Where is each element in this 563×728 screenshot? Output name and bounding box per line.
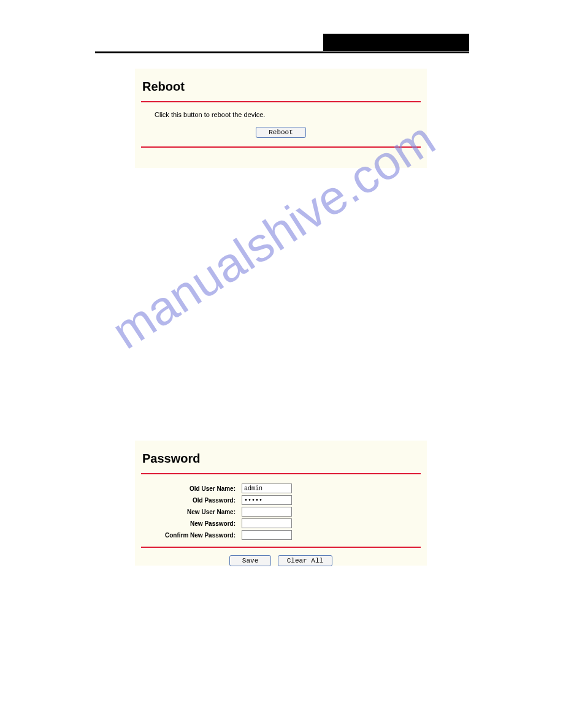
password-form: Old User Name: Old Password: New User Na… — [135, 478, 427, 543]
reboot-panel: Reboot Click this button to reboot the d… — [135, 69, 427, 168]
reboot-title: Reboot — [135, 69, 427, 97]
confirm-password-label: Confirm New Password: — [135, 532, 242, 539]
new-password-input[interactable] — [242, 518, 292, 528]
confirm-password-input[interactable] — [242, 530, 292, 540]
page-header — [95, 34, 469, 53]
password-panel: Password Old User Name: Old Password: Ne… — [135, 441, 427, 566]
clear-all-button[interactable]: Clear All — [278, 555, 332, 566]
form-row-confirm-password: Confirm New Password: — [135, 530, 427, 540]
form-row-new-password: New Password: — [135, 518, 427, 528]
old-password-label: Old Password: — [135, 497, 242, 504]
reboot-button[interactable]: Reboot — [256, 127, 306, 138]
reboot-button-row: Reboot — [135, 123, 427, 140]
form-row-new-username: New User Name: — [135, 507, 427, 517]
new-username-label: New User Name: — [135, 509, 242, 515]
password-button-row: Save Clear All — [135, 552, 427, 569]
form-row-old-username: Old User Name: — [135, 483, 427, 493]
form-row-old-password: Old Password: — [135, 495, 427, 505]
save-button[interactable]: Save — [229, 555, 271, 566]
old-password-input[interactable] — [242, 495, 292, 505]
password-title: Password — [135, 441, 427, 469]
new-password-label: New Password: — [135, 520, 242, 527]
old-username-input[interactable] — [242, 483, 292, 493]
old-username-label: Old User Name: — [135, 485, 242, 492]
header-black-box — [323, 34, 469, 51]
divider — [141, 146, 421, 148]
divider — [141, 101, 421, 102]
new-username-input[interactable] — [242, 507, 292, 517]
reboot-instruction: Click this button to reboot the device. — [135, 106, 427, 123]
divider — [141, 547, 421, 548]
divider — [141, 473, 421, 474]
